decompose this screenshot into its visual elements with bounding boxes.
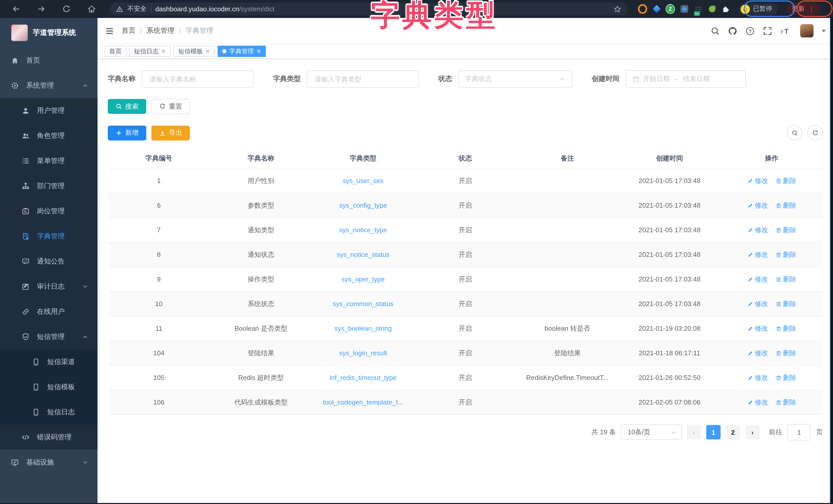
- sidebar-item-notice[interactable]: 通知公告: [0, 249, 97, 274]
- close-icon[interactable]: ✕: [256, 48, 261, 54]
- page-button-1[interactable]: 1: [706, 425, 721, 439]
- page-button-2[interactable]: 2: [726, 425, 740, 439]
- browser-reload-icon[interactable]: [62, 5, 71, 13]
- sidebar-item-sms-template[interactable]: 短信模板: [0, 374, 97, 399]
- goto-page-input[interactable]: [787, 424, 811, 440]
- profile-paused-badge[interactable]: ☺ 已暂停: [739, 3, 777, 15]
- delete-link[interactable]: 删除: [775, 398, 796, 407]
- security-label[interactable]: 不安全: [127, 5, 146, 13]
- dict-type-link[interactable]: sys_login_result: [339, 349, 387, 357]
- app-logo[interactable]: 芋道管理系统: [0, 18, 97, 48]
- browser-home-icon[interactable]: [87, 5, 96, 13]
- font-size-icon[interactable]: TT: [779, 24, 791, 37]
- search-button[interactable]: 搜索: [108, 99, 146, 114]
- edit-link[interactable]: 修改: [747, 324, 768, 333]
- dict-type-link[interactable]: sys_boolean_string: [334, 325, 392, 332]
- fullscreen-icon[interactable]: [761, 24, 774, 37]
- sidebar-item-dict-management[interactable]: 字典管理: [0, 224, 97, 249]
- sidebar-item-post-management[interactable]: 岗位管理: [0, 198, 97, 224]
- sidebar-item-error-code-management[interactable]: 错误码管理: [0, 425, 97, 450]
- prev-page-button[interactable]: ‹: [687, 425, 701, 439]
- tab-sms-template[interactable]: 短信模板✕: [173, 46, 215, 57]
- add-button[interactable]: 新增: [108, 125, 146, 140]
- page-size-select[interactable]: 10条/页: [621, 425, 682, 440]
- blue-gem-extension-icon[interactable]: [652, 4, 661, 14]
- user-avatar[interactable]: [800, 24, 813, 37]
- dict-type-link[interactable]: sys_oper_type: [341, 275, 385, 283]
- sidebar-item-system-management[interactable]: 系统管理: [0, 73, 97, 98]
- breadcrumb-system[interactable]: 系统管理: [147, 26, 174, 35]
- status-select[interactable]: 字典状态: [458, 70, 572, 88]
- edit-link[interactable]: 修改: [747, 398, 768, 407]
- browser-update-button[interactable]: 更新 ⋮: [787, 3, 820, 16]
- delete-link[interactable]: 删除: [775, 176, 796, 185]
- delete-link[interactable]: 删除: [775, 373, 796, 382]
- diamond-tool-extension-icon[interactable]: [680, 4, 689, 14]
- dict-name-input-wrap: [142, 70, 254, 88]
- sidebar-item-sms-channel[interactable]: 短信渠道: [0, 349, 97, 374]
- delete-link[interactable]: 删除: [775, 201, 796, 210]
- tab-sms-log[interactable]: 短信日志✕: [129, 46, 170, 57]
- delete-link[interactable]: 删除: [775, 348, 796, 358]
- edit-link[interactable]: 修改: [747, 250, 768, 259]
- chevron-down-icon[interactable]: [822, 29, 826, 32]
- url-text[interactable]: dashboard.yudao.iocoder.cn/system/dict: [155, 5, 274, 13]
- edit-link[interactable]: 修改: [747, 176, 768, 185]
- sidebar-item-menu-management[interactable]: 菜单管理: [0, 148, 97, 173]
- dict-type-link[interactable]: sys_notice_status: [337, 251, 390, 258]
- bookmark-star-icon[interactable]: [613, 5, 622, 13]
- delete-link[interactable]: 删除: [775, 225, 796, 234]
- kebab-menu-icon[interactable]: ⋮: [808, 6, 815, 11]
- sidebar-item-online-users[interactable]: 在线用户: [0, 299, 97, 324]
- export-button[interactable]: 导出: [151, 125, 190, 140]
- browser-forward-icon[interactable]: [37, 5, 46, 13]
- sidebar-item-sms-log[interactable]: 短信日志: [0, 399, 97, 425]
- dict-type-link[interactable]: sys_config_type: [339, 201, 387, 209]
- sidebar-item-infrastructure[interactable]: 基础设施: [0, 450, 97, 475]
- dict-type-link[interactable]: sys_common_status: [333, 300, 394, 308]
- date-range-picker[interactable]: 开始日期 ~ 结束日期: [626, 70, 746, 88]
- dict-type-link[interactable]: sys_notice_type: [339, 226, 387, 234]
- sidebar-item-user-management[interactable]: 用户管理: [0, 98, 97, 123]
- delete-link[interactable]: 删除: [775, 275, 796, 284]
- search-icon[interactable]: [709, 24, 722, 37]
- tab-dict-management[interactable]: 字典管理✕: [218, 46, 266, 57]
- sidebar-item-role-management[interactable]: 角色管理: [0, 123, 97, 148]
- list-extension-icon[interactable]: on: [693, 4, 703, 14]
- edit-link[interactable]: 修改: [747, 225, 768, 234]
- browser-back-icon[interactable]: [12, 5, 21, 13]
- next-page-button[interactable]: ›: [745, 425, 760, 439]
- edit-link[interactable]: 修改: [747, 373, 768, 382]
- reset-button[interactable]: 重置: [151, 99, 190, 114]
- green-circle-extension-icon[interactable]: Z: [666, 4, 675, 14]
- github-icon[interactable]: [726, 24, 739, 37]
- dict-type-input[interactable]: [314, 75, 412, 83]
- refresh-table-button[interactable]: [807, 125, 823, 141]
- address-bar[interactable]: 不安全 dashboard.yudao.iocoder.cn/system/di…: [110, 3, 628, 16]
- dict-type-link[interactable]: sys_user_sex: [343, 177, 384, 184]
- edit-link[interactable]: 修改: [747, 348, 768, 358]
- toggle-search-button[interactable]: [787, 125, 802, 141]
- close-icon[interactable]: ✕: [205, 48, 210, 54]
- edit-link[interactable]: 修改: [747, 275, 768, 284]
- hamburger-icon[interactable]: [105, 26, 115, 35]
- edit-link[interactable]: 修改: [747, 299, 768, 308]
- sidebar-item-home[interactable]: 首页: [0, 48, 97, 73]
- green-sprout-extension-icon[interactable]: [707, 4, 716, 14]
- orange-ring-extension-icon[interactable]: [638, 4, 647, 14]
- tab-home[interactable]: 首页: [105, 46, 126, 57]
- sidebar-item-audit-log[interactable]: 审计日志: [0, 274, 97, 299]
- delete-link[interactable]: 删除: [775, 299, 796, 308]
- delete-link[interactable]: 删除: [775, 250, 796, 259]
- delete-link[interactable]: 删除: [775, 324, 796, 333]
- puzzle-extension-icon[interactable]: [721, 4, 730, 14]
- dict-type-link[interactable]: inf_redis_timeout_type: [330, 374, 397, 381]
- sidebar-item-sms-management[interactable]: 短信管理: [0, 324, 97, 349]
- close-icon[interactable]: ✕: [161, 48, 166, 54]
- dict-name-input[interactable]: [148, 75, 247, 83]
- breadcrumb-home[interactable]: 首页: [122, 26, 136, 35]
- help-icon[interactable]: ?: [744, 24, 757, 37]
- edit-link[interactable]: 修改: [747, 201, 768, 210]
- dict-type-link[interactable]: tool_codegen_template_t...: [323, 398, 403, 406]
- sidebar-item-dept-management[interactable]: 部门管理: [0, 173, 97, 198]
